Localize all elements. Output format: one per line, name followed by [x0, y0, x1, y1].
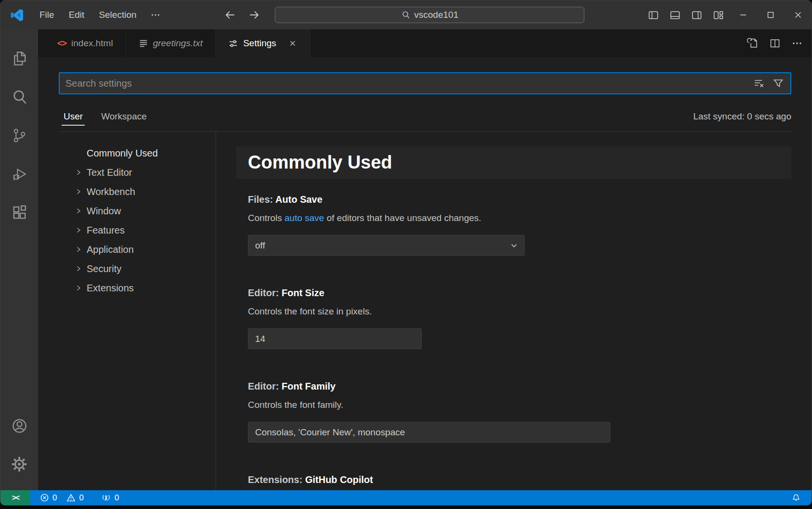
menu-bar: File Edit Selection [32, 6, 167, 24]
split-editor-icon[interactable] [766, 35, 784, 52]
vscode-window: File Edit Selection vscode101 [0, 0, 812, 506]
close-tab-icon[interactable] [288, 39, 297, 48]
extensions-icon[interactable] [0, 193, 38, 232]
scope-tab-workspace[interactable]: Workspace [99, 107, 149, 126]
setting-description: Controls auto save of editors that have … [248, 213, 791, 223]
more-actions-icon[interactable] [788, 35, 806, 52]
back-arrow-icon[interactable] [223, 8, 237, 22]
setting-description: Controls the font family. [248, 400, 791, 410]
radio-tower-icon [101, 493, 111, 502]
command-center-query: vscode101 [414, 10, 459, 20]
toc-security[interactable]: Security [38, 259, 216, 278]
chevron-right-icon [75, 265, 82, 273]
history-navigation [223, 0, 261, 29]
settings-toc: Commonly Used Text Editor [38, 132, 216, 490]
setting-title: Extensions: GitHub Copilot [248, 474, 791, 485]
ports-count: 0 [115, 493, 119, 503]
remote-indicator[interactable]: >< [0, 490, 30, 505]
toc-window[interactable]: Window [38, 201, 216, 221]
toc-application[interactable]: Application [38, 240, 216, 259]
toc-text-editor[interactable]: Text Editor [38, 163, 216, 182]
close-window-button[interactable] [784, 0, 812, 29]
settings-editor: User Workspace Last synced: 0 secs ago C… [38, 57, 812, 490]
setting-files-auto-save: Files: Auto Save Controls auto save of e… [248, 194, 791, 256]
toggle-primary-sidebar-icon[interactable] [643, 0, 664, 29]
chevron-right-icon [75, 226, 82, 234]
chevron-right-icon [75, 169, 82, 176]
search-icon [401, 10, 411, 20]
section-heading: Commonly Used [236, 146, 791, 179]
menu-selection[interactable]: Selection [91, 6, 143, 24]
setting-editor-font-size: Editor: Font Size Controls the font size… [248, 287, 791, 349]
setting-title: Editor: Font Size [248, 287, 791, 299]
explorer-icon[interactable] [0, 39, 38, 78]
toggle-secondary-sidebar-icon[interactable] [686, 0, 708, 29]
search-sidebar-icon[interactable] [0, 78, 38, 116]
menu-file[interactable]: File [32, 6, 62, 24]
vscode-logo-icon [11, 9, 24, 22]
status-bar: >< 0 0 0 [0, 490, 812, 505]
last-synced-label: Last synced: 0 secs ago [693, 111, 791, 122]
tab-index-html[interactable]: <> index.html [38, 29, 126, 57]
notifications-bell-icon[interactable] [791, 493, 801, 503]
setting-extensions-github-copilot: Extensions: GitHub Copilot [248, 474, 791, 485]
editor-tab-bar: <> index.html greetings.txt Settings [38, 29, 812, 57]
setting-title: Files: Auto Save [248, 194, 791, 205]
clear-search-icon[interactable] [752, 76, 766, 91]
chevron-right-icon [75, 188, 82, 196]
tab-greetings-txt[interactable]: greetings.txt [126, 29, 216, 57]
source-control-icon[interactable] [0, 116, 38, 155]
tab-settings[interactable]: Settings [216, 29, 310, 57]
forward-arrow-icon[interactable] [247, 8, 261, 22]
settings-search-input[interactable] [65, 78, 752, 89]
auto-save-link[interactable]: auto save [284, 213, 324, 223]
editor-actions [744, 29, 812, 57]
toggle-panel-icon[interactable] [664, 0, 686, 29]
command-center-search[interactable]: vscode101 [275, 7, 584, 23]
chevron-right-icon [75, 246, 82, 253]
run-debug-icon[interactable] [0, 155, 38, 193]
settings-scope-row: User Workspace Last synced: 0 secs ago [59, 94, 791, 132]
settings-search-box [59, 72, 791, 94]
toc-commonly-used[interactable]: Commonly Used [38, 144, 216, 163]
minimize-button[interactable] [729, 0, 757, 29]
setting-description: Controls the font size in pixels. [248, 306, 791, 317]
font-size-input[interactable] [248, 328, 422, 349]
titlebar-controls [643, 0, 812, 29]
customize-layout-icon[interactable] [708, 0, 729, 29]
maximize-button[interactable] [757, 0, 784, 29]
text-file-icon [139, 39, 148, 48]
font-family-input[interactable] [248, 422, 610, 443]
filter-funnel-icon[interactable] [771, 76, 786, 91]
problems-status[interactable]: 0 0 [40, 493, 84, 503]
chevron-right-icon [75, 284, 82, 292]
warning-triangle-icon [66, 493, 76, 502]
warning-count: 0 [79, 493, 83, 503]
error-circle-icon [40, 493, 49, 502]
ports-status[interactable]: 0 [101, 493, 119, 503]
chevron-right-icon [75, 207, 82, 215]
activity-bar [0, 29, 38, 490]
toc-workbench[interactable]: Workbench [38, 182, 216, 201]
settings-gear-icon[interactable] [0, 445, 38, 483]
open-settings-json-icon[interactable] [744, 35, 761, 52]
setting-title: Editor: Font Family [248, 381, 791, 392]
toc-features[interactable]: Features [38, 221, 216, 240]
error-count: 0 [52, 493, 57, 503]
scope-tab-user[interactable]: User [62, 107, 85, 126]
remote-icon: >< [12, 494, 19, 502]
menu-more-button[interactable] [144, 6, 167, 24]
menu-edit[interactable]: Edit [62, 6, 92, 24]
accounts-icon[interactable] [0, 406, 38, 445]
settings-sliders-icon [228, 39, 238, 49]
chevron-down-icon [510, 241, 518, 250]
html-file-icon: <> [57, 39, 66, 49]
title-bar: File Edit Selection vscode101 [0, 0, 812, 29]
toc-extensions[interactable]: Extensions [38, 278, 216, 298]
setting-editor-font-family: Editor: Font Family Controls the font fa… [248, 381, 791, 443]
settings-content: Commonly Used Files: Auto Save Controls … [216, 132, 812, 490]
auto-save-dropdown[interactable]: off [248, 235, 525, 256]
